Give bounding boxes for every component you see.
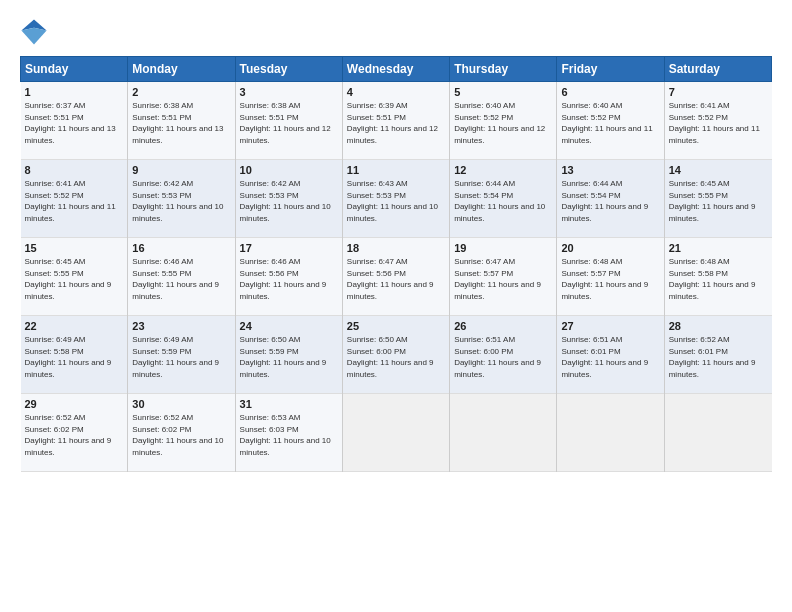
day-header-monday: Monday	[128, 57, 235, 82]
day-info: Sunrise: 6:42 AMSunset: 5:53 PMDaylight:…	[132, 178, 230, 224]
day-info: Sunrise: 6:46 AMSunset: 5:56 PMDaylight:…	[240, 256, 338, 302]
calendar-cell: 21Sunrise: 6:48 AMSunset: 5:58 PMDayligh…	[664, 238, 771, 316]
calendar-week-1: 1Sunrise: 6:37 AMSunset: 5:51 PMDaylight…	[21, 82, 772, 160]
day-number: 9	[132, 164, 230, 176]
day-number: 2	[132, 86, 230, 98]
day-info: Sunrise: 6:51 AMSunset: 6:01 PMDaylight:…	[561, 334, 659, 380]
day-number: 31	[240, 398, 338, 410]
calendar-cell: 19Sunrise: 6:47 AMSunset: 5:57 PMDayligh…	[450, 238, 557, 316]
day-info: Sunrise: 6:50 AMSunset: 5:59 PMDaylight:…	[240, 334, 338, 380]
logo	[20, 18, 52, 46]
calendar-cell: 25Sunrise: 6:50 AMSunset: 6:00 PMDayligh…	[342, 316, 449, 394]
calendar-cell: 18Sunrise: 6:47 AMSunset: 5:56 PMDayligh…	[342, 238, 449, 316]
day-header-tuesday: Tuesday	[235, 57, 342, 82]
calendar-week-3: 15Sunrise: 6:45 AMSunset: 5:55 PMDayligh…	[21, 238, 772, 316]
day-number: 21	[669, 242, 768, 254]
day-info: Sunrise: 6:44 AMSunset: 5:54 PMDaylight:…	[561, 178, 659, 224]
day-info: Sunrise: 6:49 AMSunset: 5:58 PMDaylight:…	[25, 334, 124, 380]
calendar-cell: 20Sunrise: 6:48 AMSunset: 5:57 PMDayligh…	[557, 238, 664, 316]
calendar-cell: 17Sunrise: 6:46 AMSunset: 5:56 PMDayligh…	[235, 238, 342, 316]
calendar-cell: 5Sunrise: 6:40 AMSunset: 5:52 PMDaylight…	[450, 82, 557, 160]
day-info: Sunrise: 6:44 AMSunset: 5:54 PMDaylight:…	[454, 178, 552, 224]
day-header-saturday: Saturday	[664, 57, 771, 82]
calendar-cell: 10Sunrise: 6:42 AMSunset: 5:53 PMDayligh…	[235, 160, 342, 238]
calendar-cell: 15Sunrise: 6:45 AMSunset: 5:55 PMDayligh…	[21, 238, 128, 316]
day-info: Sunrise: 6:45 AMSunset: 5:55 PMDaylight:…	[669, 178, 768, 224]
page: SundayMondayTuesdayWednesdayThursdayFrid…	[0, 0, 792, 612]
calendar-cell: 9Sunrise: 6:42 AMSunset: 5:53 PMDaylight…	[128, 160, 235, 238]
calendar-cell: 4Sunrise: 6:39 AMSunset: 5:51 PMDaylight…	[342, 82, 449, 160]
day-number: 27	[561, 320, 659, 332]
day-header-wednesday: Wednesday	[342, 57, 449, 82]
day-info: Sunrise: 6:41 AMSunset: 5:52 PMDaylight:…	[669, 100, 768, 146]
day-number: 22	[25, 320, 124, 332]
day-number: 25	[347, 320, 445, 332]
day-number: 4	[347, 86, 445, 98]
calendar-cell: 23Sunrise: 6:49 AMSunset: 5:59 PMDayligh…	[128, 316, 235, 394]
day-number: 16	[132, 242, 230, 254]
day-number: 3	[240, 86, 338, 98]
day-number: 8	[25, 164, 124, 176]
calendar-week-5: 29Sunrise: 6:52 AMSunset: 6:02 PMDayligh…	[21, 394, 772, 472]
day-header-sunday: Sunday	[21, 57, 128, 82]
calendar-cell: 13Sunrise: 6:44 AMSunset: 5:54 PMDayligh…	[557, 160, 664, 238]
day-info: Sunrise: 6:52 AMSunset: 6:01 PMDaylight:…	[669, 334, 768, 380]
day-number: 5	[454, 86, 552, 98]
svg-marker-1	[21, 28, 46, 45]
calendar-cell: 28Sunrise: 6:52 AMSunset: 6:01 PMDayligh…	[664, 316, 771, 394]
day-info: Sunrise: 6:38 AMSunset: 5:51 PMDaylight:…	[132, 100, 230, 146]
day-info: Sunrise: 6:46 AMSunset: 5:55 PMDaylight:…	[132, 256, 230, 302]
day-number: 7	[669, 86, 768, 98]
day-number: 24	[240, 320, 338, 332]
day-info: Sunrise: 6:49 AMSunset: 5:59 PMDaylight:…	[132, 334, 230, 380]
day-info: Sunrise: 6:41 AMSunset: 5:52 PMDaylight:…	[25, 178, 124, 224]
calendar-cell: 1Sunrise: 6:37 AMSunset: 5:51 PMDaylight…	[21, 82, 128, 160]
calendar-table: SundayMondayTuesdayWednesdayThursdayFrid…	[20, 56, 772, 472]
calendar-cell: 6Sunrise: 6:40 AMSunset: 5:52 PMDaylight…	[557, 82, 664, 160]
day-info: Sunrise: 6:43 AMSunset: 5:53 PMDaylight:…	[347, 178, 445, 224]
calendar-cell: 12Sunrise: 6:44 AMSunset: 5:54 PMDayligh…	[450, 160, 557, 238]
calendar-cell: 11Sunrise: 6:43 AMSunset: 5:53 PMDayligh…	[342, 160, 449, 238]
day-info: Sunrise: 6:40 AMSunset: 5:52 PMDaylight:…	[454, 100, 552, 146]
calendar-cell: 26Sunrise: 6:51 AMSunset: 6:00 PMDayligh…	[450, 316, 557, 394]
day-number: 26	[454, 320, 552, 332]
day-number: 14	[669, 164, 768, 176]
calendar-cell: 2Sunrise: 6:38 AMSunset: 5:51 PMDaylight…	[128, 82, 235, 160]
calendar-cell: 29Sunrise: 6:52 AMSunset: 6:02 PMDayligh…	[21, 394, 128, 472]
calendar-cell	[342, 394, 449, 472]
day-info: Sunrise: 6:38 AMSunset: 5:51 PMDaylight:…	[240, 100, 338, 146]
day-number: 23	[132, 320, 230, 332]
calendar-cell: 30Sunrise: 6:52 AMSunset: 6:02 PMDayligh…	[128, 394, 235, 472]
logo-icon	[20, 18, 48, 46]
day-info: Sunrise: 6:53 AMSunset: 6:03 PMDaylight:…	[240, 412, 338, 458]
day-info: Sunrise: 6:45 AMSunset: 5:55 PMDaylight:…	[25, 256, 124, 302]
day-number: 30	[132, 398, 230, 410]
calendar-cell: 24Sunrise: 6:50 AMSunset: 5:59 PMDayligh…	[235, 316, 342, 394]
calendar-cell: 7Sunrise: 6:41 AMSunset: 5:52 PMDaylight…	[664, 82, 771, 160]
day-info: Sunrise: 6:52 AMSunset: 6:02 PMDaylight:…	[132, 412, 230, 458]
day-number: 17	[240, 242, 338, 254]
day-number: 11	[347, 164, 445, 176]
calendar-cell	[450, 394, 557, 472]
day-info: Sunrise: 6:51 AMSunset: 6:00 PMDaylight:…	[454, 334, 552, 380]
day-info: Sunrise: 6:42 AMSunset: 5:53 PMDaylight:…	[240, 178, 338, 224]
day-info: Sunrise: 6:37 AMSunset: 5:51 PMDaylight:…	[25, 100, 124, 146]
day-number: 18	[347, 242, 445, 254]
day-number: 10	[240, 164, 338, 176]
header	[20, 18, 772, 46]
day-number: 15	[25, 242, 124, 254]
day-header-thursday: Thursday	[450, 57, 557, 82]
day-number: 20	[561, 242, 659, 254]
day-info: Sunrise: 6:47 AMSunset: 5:56 PMDaylight:…	[347, 256, 445, 302]
day-number: 19	[454, 242, 552, 254]
calendar-cell: 22Sunrise: 6:49 AMSunset: 5:58 PMDayligh…	[21, 316, 128, 394]
calendar-cell: 27Sunrise: 6:51 AMSunset: 6:01 PMDayligh…	[557, 316, 664, 394]
day-number: 29	[25, 398, 124, 410]
day-info: Sunrise: 6:47 AMSunset: 5:57 PMDaylight:…	[454, 256, 552, 302]
day-number: 13	[561, 164, 659, 176]
day-number: 12	[454, 164, 552, 176]
calendar-cell: 3Sunrise: 6:38 AMSunset: 5:51 PMDaylight…	[235, 82, 342, 160]
day-info: Sunrise: 6:50 AMSunset: 6:00 PMDaylight:…	[347, 334, 445, 380]
calendar-week-4: 22Sunrise: 6:49 AMSunset: 5:58 PMDayligh…	[21, 316, 772, 394]
calendar-cell: 31Sunrise: 6:53 AMSunset: 6:03 PMDayligh…	[235, 394, 342, 472]
